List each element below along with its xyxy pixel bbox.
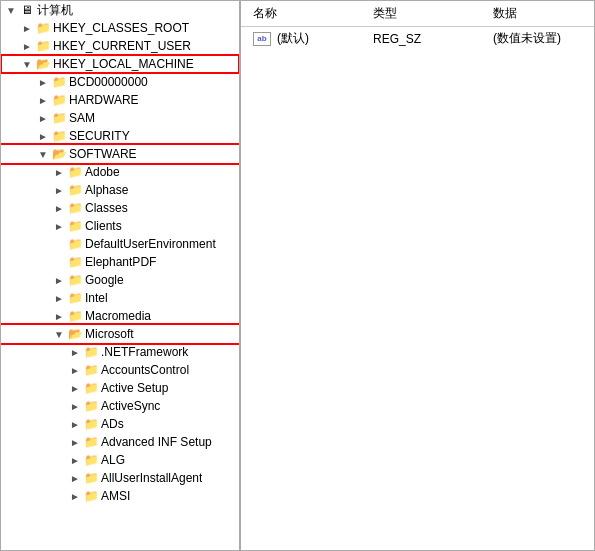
advancedinfsetup-row[interactable]: ► 📁 Advanced INF Setup bbox=[1, 433, 239, 451]
tree-item-intel: ► 📁 Intel bbox=[1, 289, 239, 307]
alluserinstallagent-row[interactable]: ► 📁 AllUserInstallAgent bbox=[1, 469, 239, 487]
expand-intel[interactable]: ► bbox=[51, 293, 67, 304]
registry-tree: ▼ 🖥 计算机 ► 📁 HKEY_CLASSES_ROOT bbox=[1, 1, 239, 505]
folder-hklm: 📂 bbox=[35, 57, 51, 71]
folder-intel: 📁 bbox=[67, 291, 83, 305]
macromedia-label: Macromedia bbox=[85, 309, 151, 323]
clients-row[interactable]: ► 📁 Clients bbox=[1, 217, 239, 235]
activesync-label: ActiveSync bbox=[101, 399, 160, 413]
netframework-label: .NETFramework bbox=[101, 345, 188, 359]
expand-alg[interactable]: ► bbox=[67, 455, 83, 466]
intel-row[interactable]: ► 📁 Intel bbox=[1, 289, 239, 307]
microsoft-label: Microsoft bbox=[85, 327, 134, 341]
activesetup-label: Active Setup bbox=[101, 381, 168, 395]
expand-sam[interactable]: ► bbox=[35, 113, 51, 124]
accountscontrol-label: AccountsControl bbox=[101, 363, 189, 377]
sam-label: SAM bbox=[69, 111, 95, 125]
folder-ads: 📁 bbox=[83, 417, 99, 431]
expand-macromedia[interactable]: ► bbox=[51, 311, 67, 322]
software-children: ► 📁 Adobe ► bbox=[1, 163, 239, 505]
folder-hkcu: 📁 bbox=[35, 39, 51, 53]
row-name: ab (默认) bbox=[249, 29, 369, 48]
detail-row-default[interactable]: ab (默认) REG_SZ (数值未设置) bbox=[241, 27, 594, 50]
hklm-row[interactable]: ▼ 📂 HKEY_LOCAL_MACHINE bbox=[1, 55, 239, 73]
expand-alphase[interactable]: ► bbox=[51, 185, 67, 196]
hkcr-label: HKEY_CLASSES_ROOT bbox=[53, 21, 189, 35]
hardware-label: HARDWARE bbox=[69, 93, 139, 107]
accountscontrol-row[interactable]: ► 📁 AccountsControl bbox=[1, 361, 239, 379]
folder-hkcr: 📁 bbox=[35, 21, 51, 35]
expand-google[interactable]: ► bbox=[51, 275, 67, 286]
folder-classes: 📁 bbox=[67, 201, 83, 215]
tree-item-hardware: ► 📁 HARDWARE bbox=[1, 91, 239, 109]
expand-advancedinfsetup[interactable]: ► bbox=[67, 437, 83, 448]
netframework-row[interactable]: ► 📁 .NETFramework bbox=[1, 343, 239, 361]
advancedinfsetup-label: Advanced INF Setup bbox=[101, 435, 212, 449]
intel-label: Intel bbox=[85, 291, 108, 305]
expand-hkcr[interactable]: ► bbox=[19, 23, 35, 34]
tree-item-alluserinstallagent: ► 📁 AllUserInstallAgent bbox=[1, 469, 239, 487]
folder-activesync: 📁 bbox=[83, 399, 99, 413]
hkcr-row[interactable]: ► 📁 HKEY_CLASSES_ROOT bbox=[1, 19, 239, 37]
activesetup-row[interactable]: ► 📁 Active Setup bbox=[1, 379, 239, 397]
folder-bcd: 📁 bbox=[51, 75, 67, 89]
expand-accountscontrol[interactable]: ► bbox=[67, 365, 83, 376]
expand-alluserinstallagent[interactable]: ► bbox=[67, 473, 83, 484]
folder-elephantpdf: 📁 bbox=[67, 255, 83, 269]
expand-hardware[interactable]: ► bbox=[35, 95, 51, 106]
software-row[interactable]: ▼ 📂 SOFTWARE bbox=[1, 145, 239, 163]
expand-software[interactable]: ▼ bbox=[35, 149, 51, 160]
hardware-row[interactable]: ► 📁 HARDWARE bbox=[1, 91, 239, 109]
bcd-row[interactable]: ► 📁 BCD00000000 bbox=[1, 73, 239, 91]
folder-microsoft: 📂 bbox=[67, 327, 83, 341]
computer-row[interactable]: ▼ 🖥 计算机 bbox=[1, 1, 239, 19]
expand-activesync[interactable]: ► bbox=[67, 401, 83, 412]
folder-due: 📁 bbox=[67, 237, 83, 251]
expand-hklm[interactable]: ▼ bbox=[19, 59, 35, 70]
security-row[interactable]: ► 📁 SECURITY bbox=[1, 127, 239, 145]
expand-activesetup[interactable]: ► bbox=[67, 383, 83, 394]
tree-item-activesync: ► 📁 ActiveSync bbox=[1, 397, 239, 415]
folder-adobe: 📁 bbox=[67, 165, 83, 179]
expand-microsoft[interactable]: ▼ bbox=[51, 329, 67, 340]
sam-row[interactable]: ► 📁 SAM bbox=[1, 109, 239, 127]
expand-computer[interactable]: ▼ bbox=[3, 5, 19, 16]
expand-bcd[interactable]: ► bbox=[35, 77, 51, 88]
tree-item-accountscontrol: ► 📁 AccountsControl bbox=[1, 361, 239, 379]
alphase-label: Alphase bbox=[85, 183, 128, 197]
tree-item-alphase: ► 📁 Alphase bbox=[1, 181, 239, 199]
alluserinstallagent-label: AllUserInstallAgent bbox=[101, 471, 202, 485]
tree-item-elephantpdf: ► 📁 ElephantPDF bbox=[1, 253, 239, 271]
hkcu-label: HKEY_CURRENT_USER bbox=[53, 39, 191, 53]
folder-macromedia: 📁 bbox=[67, 309, 83, 323]
tree-item-due: ► 📁 DefaultUserEnvironment bbox=[1, 235, 239, 253]
elephantpdf-row[interactable]: ► 📁 ElephantPDF bbox=[1, 253, 239, 271]
expand-classes[interactable]: ► bbox=[51, 203, 67, 214]
expand-security[interactable]: ► bbox=[35, 131, 51, 142]
tree-item-adobe: ► 📁 Adobe bbox=[1, 163, 239, 181]
tree-item-alg: ► 📁 ALG bbox=[1, 451, 239, 469]
row-type: REG_SZ bbox=[369, 31, 489, 47]
google-row[interactable]: ► 📁 Google bbox=[1, 271, 239, 289]
classes-row[interactable]: ► 📁 Classes bbox=[1, 199, 239, 217]
expand-adobe[interactable]: ► bbox=[51, 167, 67, 178]
expand-ads[interactable]: ► bbox=[67, 419, 83, 430]
alg-row[interactable]: ► 📁 ALG bbox=[1, 451, 239, 469]
expand-clients[interactable]: ► bbox=[51, 221, 67, 232]
microsoft-row[interactable]: ▼ 📂 Microsoft bbox=[1, 325, 239, 343]
ads-row[interactable]: ► 📁 ADs bbox=[1, 415, 239, 433]
amsi-row[interactable]: ► 📁 AMSI bbox=[1, 487, 239, 505]
macromedia-row[interactable]: ► 📁 Macromedia bbox=[1, 307, 239, 325]
activesync-row[interactable]: ► 📁 ActiveSync bbox=[1, 397, 239, 415]
hkcu-row[interactable]: ► 📁 HKEY_CURRENT_USER bbox=[1, 37, 239, 55]
tree-item-google: ► 📁 Google bbox=[1, 271, 239, 289]
tree-item-amsi: ► 📁 AMSI bbox=[1, 487, 239, 505]
tree-panel[interactable]: ▼ 🖥 计算机 ► 📁 HKEY_CLASSES_ROOT bbox=[1, 1, 241, 550]
expand-netframework[interactable]: ► bbox=[67, 347, 83, 358]
alphase-row[interactable]: ► 📁 Alphase bbox=[1, 181, 239, 199]
expand-amsi[interactable]: ► bbox=[67, 491, 83, 502]
expand-hkcu[interactable]: ► bbox=[19, 41, 35, 52]
adobe-row[interactable]: ► 📁 Adobe bbox=[1, 163, 239, 181]
due-row[interactable]: ► 📁 DefaultUserEnvironment bbox=[1, 235, 239, 253]
tree-item-netframework: ► 📁 .NETFramework bbox=[1, 343, 239, 361]
